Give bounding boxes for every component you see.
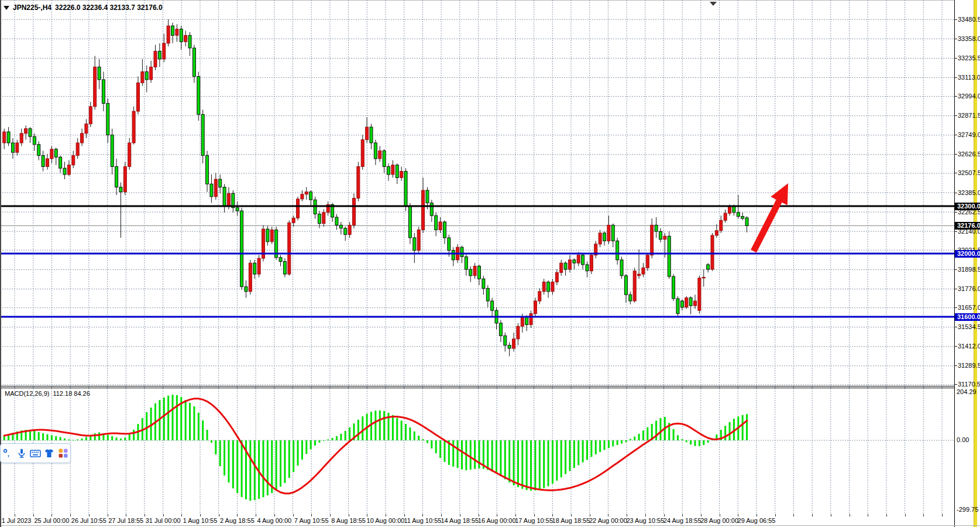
macd-axis-label: 0.00 (957, 436, 969, 444)
time-axis-label: 28 Aug 00:00 (700, 517, 738, 524)
time-axis-label: 22 Aug 00:00 (589, 517, 627, 524)
macd-histogram-bar (293, 440, 294, 472)
time-axis-tick (905, 514, 906, 516)
candlestick (689, 296, 692, 314)
candlestick (119, 182, 122, 238)
price-axis-label: 31534.5 (958, 323, 980, 331)
time-axis-tick (942, 514, 943, 516)
macd-histogram-bar (38, 432, 40, 440)
macd-histogram-bar (370, 412, 372, 440)
macd-histogram-bar (207, 430, 208, 440)
candlestick (94, 56, 97, 109)
macd-indicator-panel[interactable] (0, 388, 954, 515)
candlestick (624, 274, 627, 303)
macd-histogram-bar (647, 427, 648, 440)
macd-histogram-bar (362, 416, 363, 440)
chart-shift-marker-icon[interactable] (710, 2, 717, 6)
candlestick (20, 129, 23, 146)
candlestick (115, 159, 118, 195)
keyboard-icon[interactable] (29, 446, 43, 460)
candlestick (106, 98, 109, 143)
main-price-chart[interactable] (0, 0, 954, 388)
candlestick (651, 218, 654, 258)
macd-histogram-bar (263, 440, 264, 497)
price-tag: 32176.0 (955, 222, 980, 230)
macd-histogram-bar (297, 440, 299, 466)
tshirt-icon[interactable] (42, 446, 56, 460)
macd-histogram-bar (703, 440, 704, 445)
macd-histogram-bar (543, 440, 545, 488)
macd-histogram-bar (487, 440, 489, 470)
candlestick (417, 227, 420, 254)
candlestick (219, 174, 222, 193)
candlestick (642, 263, 645, 277)
macd-histogram-bar (120, 439, 122, 440)
candlestick (326, 201, 329, 215)
price-axis-label: 32385.0 (958, 189, 980, 197)
candlestick (257, 255, 260, 278)
time-axis-tick (311, 514, 312, 516)
macd-histogram-bar (98, 432, 100, 440)
microphone-icon[interactable] (15, 446, 29, 460)
time-axis-tick (923, 514, 924, 516)
candlestick (288, 220, 291, 276)
macd-histogram-bar (439, 440, 441, 458)
candlestick (357, 162, 360, 201)
time-axis-tick (812, 514, 813, 516)
macd-histogram-bar (659, 418, 661, 440)
candlestick (29, 127, 32, 143)
candlestick (132, 107, 135, 145)
price-axis-label: 32994.0 (958, 93, 980, 100)
candlestick (538, 288, 541, 304)
candlestick (136, 77, 139, 115)
time-axis-tick (200, 514, 201, 516)
time-axis-tick (534, 514, 535, 516)
candlestick (283, 258, 286, 277)
candlestick (702, 269, 705, 287)
candlestick (154, 45, 157, 70)
candlestick (128, 138, 131, 170)
apps-grid-icon[interactable] (56, 446, 70, 460)
price-axis[interactable]: 33480.533358.033235.533113.032994.032871… (954, 0, 980, 527)
macd-histogram-bar (405, 424, 407, 440)
panel-divider[interactable] (0, 386, 954, 386)
macd-histogram-bar (111, 436, 113, 440)
macd-histogram-bar (198, 413, 200, 440)
time-axis-tick (293, 514, 294, 516)
macd-histogram-bar (189, 403, 191, 440)
candlestick (63, 162, 66, 179)
candlestick (741, 213, 744, 221)
candlestick (232, 190, 235, 213)
chart-title-bar: JPN225-,H4 32226.0 32236.4 32133.7 32176… (4, 4, 163, 12)
os-overlay-toolbar (0, 443, 71, 463)
time-axis-label: 18 Aug 18:55 (552, 517, 590, 524)
partial-icon[interactable] (1, 446, 15, 460)
candlestick (275, 227, 278, 260)
macd-histogram-bar (323, 440, 325, 441)
time-axis-label: 17 Aug 10:55 (515, 517, 553, 524)
macd-histogram-bar (582, 440, 584, 463)
candlestick (513, 333, 515, 351)
candlestick (646, 254, 649, 271)
candlestick (504, 333, 507, 351)
macd-histogram-bar (64, 439, 66, 440)
macd-histogram-bar (457, 440, 459, 468)
candlestick (724, 210, 727, 223)
candlestick (387, 163, 390, 181)
time-axis[interactable]: 21 Jul 202325 Jul 00:0026 Jul 10:5527 Ju… (0, 514, 954, 526)
time-axis-tick (571, 514, 572, 516)
price-axis-tick (955, 19, 957, 20)
candlestick (404, 168, 407, 211)
symbol-timeframe-label: JPN225-,H4 (13, 4, 51, 12)
time-axis-tick (793, 514, 794, 516)
macd-histogram-bar (77, 439, 78, 440)
arrow-annotation[interactable] (754, 183, 788, 251)
macd-histogram-bar (332, 438, 333, 440)
time-axis-tick (145, 514, 145, 516)
price-axis-label: 33113.0 (958, 74, 980, 81)
time-axis-tick (330, 514, 331, 516)
candlestick (603, 231, 606, 245)
symbol-dropdown-icon[interactable] (4, 6, 9, 10)
macd-histogram-bar (116, 437, 118, 440)
candlestick (573, 258, 576, 269)
